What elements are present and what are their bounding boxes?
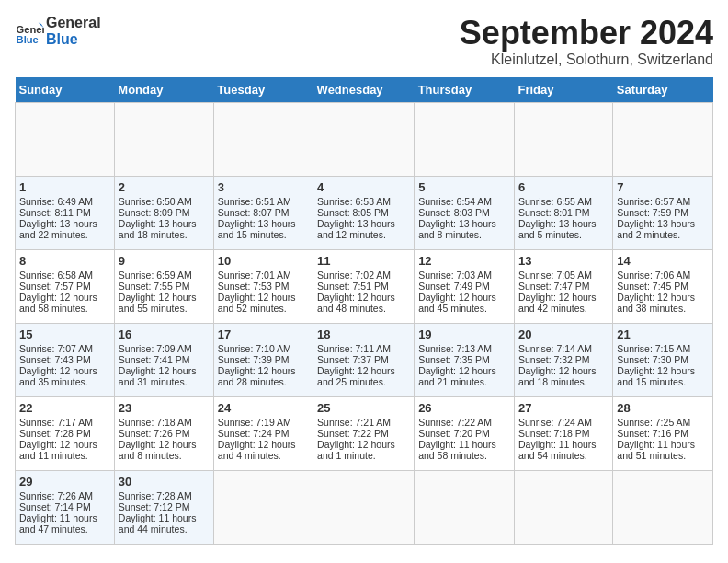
cell-text: Daylight: 11 hours <box>418 439 510 450</box>
calendar-cell <box>613 470 713 544</box>
cell-text: Daylight: 12 hours <box>617 365 709 376</box>
cell-text: Sunset: 7:30 PM <box>617 354 709 365</box>
cell-text: Sunset: 7:53 PM <box>218 281 309 292</box>
cell-text: and 11 minutes. <box>19 450 110 461</box>
cell-text: Daylight: 11 hours <box>119 512 210 523</box>
cell-text: Sunset: 7:39 PM <box>218 354 309 365</box>
calendar-cell <box>415 102 515 176</box>
cell-text: Daylight: 12 hours <box>317 365 410 376</box>
col-header-sunday: Sunday <box>16 77 115 103</box>
day-number: 17 <box>218 327 309 341</box>
cell-text: Daylight: 13 hours <box>119 218 210 229</box>
calendar-cell <box>114 102 213 176</box>
cell-text: and 8 minutes. <box>119 450 210 461</box>
cell-text: Sunset: 7:16 PM <box>617 428 709 439</box>
svg-text:Blue: Blue <box>17 33 39 44</box>
page-header: General Blue General Blue September 2024… <box>15 15 713 68</box>
cell-text: Daylight: 12 hours <box>119 439 210 450</box>
calendar-cell: 5Sunrise: 6:54 AMSunset: 8:03 PMDaylight… <box>415 176 515 249</box>
svg-text:General: General <box>17 23 44 34</box>
cell-text: Sunset: 7:59 PM <box>617 207 709 218</box>
cell-text: Sunrise: 7:24 AM <box>518 417 609 428</box>
cell-text: Daylight: 13 hours <box>19 218 110 229</box>
calendar-cell: 18Sunrise: 7:11 AMSunset: 7:37 PMDayligh… <box>313 323 415 396</box>
day-number: 21 <box>617 327 709 341</box>
cell-text: Daylight: 13 hours <box>617 218 709 229</box>
cell-text: Sunset: 7:45 PM <box>617 281 709 292</box>
day-number: 29 <box>19 475 110 488</box>
calendar-cell <box>415 470 515 544</box>
calendar-cell: 29Sunrise: 7:26 AMSunset: 7:14 PMDayligh… <box>16 470 115 544</box>
cell-text: Daylight: 12 hours <box>317 439 410 450</box>
cell-text: Daylight: 11 hours <box>617 439 709 450</box>
calendar-cell <box>514 470 612 544</box>
cell-text: Sunset: 7:12 PM <box>119 501 210 512</box>
cell-text: and 15 minutes. <box>218 229 309 240</box>
cell-text: Sunset: 7:28 PM <box>19 428 110 439</box>
calendar-cell: 13Sunrise: 7:05 AMSunset: 7:47 PMDayligh… <box>514 249 612 323</box>
cell-text: and 28 minutes. <box>218 376 309 387</box>
cell-text: and 58 minutes. <box>418 450 510 461</box>
day-number: 11 <box>317 254 410 268</box>
day-number: 14 <box>617 254 709 268</box>
day-number: 12 <box>418 254 510 268</box>
calendar-cell <box>613 102 713 176</box>
day-number: 30 <box>119 475 210 488</box>
cell-text: Sunset: 7:43 PM <box>19 354 110 365</box>
calendar-week-row: 22Sunrise: 7:17 AMSunset: 7:28 PMDayligh… <box>16 396 713 470</box>
day-number: 24 <box>218 401 309 415</box>
cell-text: Sunset: 7:22 PM <box>317 428 410 439</box>
calendar-cell <box>213 102 313 176</box>
cell-text: and 45 minutes. <box>418 303 510 314</box>
logo-icon: General Blue <box>15 17 44 46</box>
cell-text: and 18 minutes. <box>518 376 609 387</box>
cell-text: Daylight: 11 hours <box>19 512 110 523</box>
cell-text: Sunrise: 7:25 AM <box>617 417 709 428</box>
calendar-cell: 8Sunrise: 6:58 AMSunset: 7:57 PMDaylight… <box>16 249 115 323</box>
col-header-wednesday: Wednesday <box>313 77 415 103</box>
cell-text: Sunrise: 6:55 AM <box>518 196 609 207</box>
cell-text: Sunrise: 7:26 AM <box>19 490 110 501</box>
cell-text: Sunset: 7:57 PM <box>19 281 110 292</box>
cell-text: Daylight: 12 hours <box>617 292 709 303</box>
calendar-week-row: 8Sunrise: 6:58 AMSunset: 7:57 PMDaylight… <box>16 249 713 323</box>
cell-text: and 55 minutes. <box>119 303 210 314</box>
cell-text: and 35 minutes. <box>19 376 110 387</box>
day-number: 16 <box>119 327 210 341</box>
cell-text: and 58 minutes. <box>19 303 110 314</box>
cell-text: Sunrise: 7:15 AM <box>617 343 709 354</box>
calendar-cell: 15Sunrise: 7:07 AMSunset: 7:43 PMDayligh… <box>16 323 115 396</box>
logo: General Blue General Blue <box>15 15 101 47</box>
col-header-tuesday: Tuesday <box>213 77 313 103</box>
day-number: 23 <box>119 401 210 415</box>
day-number: 27 <box>518 401 609 415</box>
cell-text: Daylight: 12 hours <box>418 292 510 303</box>
day-number: 25 <box>317 401 410 415</box>
cell-text: Sunrise: 6:57 AM <box>617 196 709 207</box>
calendar-cell: 10Sunrise: 7:01 AMSunset: 7:53 PMDayligh… <box>213 249 313 323</box>
day-number: 26 <box>418 401 510 415</box>
calendar-cell: 28Sunrise: 7:25 AMSunset: 7:16 PMDayligh… <box>613 396 713 470</box>
cell-text: and 21 minutes. <box>418 376 510 387</box>
calendar-cell: 14Sunrise: 7:06 AMSunset: 7:45 PMDayligh… <box>613 249 713 323</box>
day-number: 5 <box>418 180 510 194</box>
calendar-cell: 24Sunrise: 7:19 AMSunset: 7:24 PMDayligh… <box>213 396 313 470</box>
cell-text: Sunset: 7:32 PM <box>518 354 609 365</box>
cell-text: Sunrise: 7:14 AM <box>518 343 609 354</box>
day-number: 2 <box>119 180 210 194</box>
calendar-cell: 12Sunrise: 7:03 AMSunset: 7:49 PMDayligh… <box>415 249 515 323</box>
cell-text: Sunrise: 6:59 AM <box>119 270 210 281</box>
cell-text: and 42 minutes. <box>518 303 609 314</box>
cell-text: and 51 minutes. <box>617 450 709 461</box>
cell-text: Sunrise: 7:05 AM <box>518 270 609 281</box>
calendar-cell: 4Sunrise: 6:53 AMSunset: 8:05 PMDaylight… <box>313 176 415 249</box>
day-number: 8 <box>19 254 110 268</box>
cell-text: Sunrise: 6:49 AM <box>19 196 110 207</box>
day-number: 6 <box>518 180 609 194</box>
cell-text: Sunset: 7:24 PM <box>218 428 309 439</box>
calendar-header-row: SundayMondayTuesdayWednesdayThursdayFrid… <box>16 77 713 103</box>
col-header-saturday: Saturday <box>613 77 713 103</box>
calendar-cell: 20Sunrise: 7:14 AMSunset: 7:32 PMDayligh… <box>514 323 612 396</box>
cell-text: Daylight: 12 hours <box>518 365 609 376</box>
cell-text: Daylight: 12 hours <box>418 365 510 376</box>
